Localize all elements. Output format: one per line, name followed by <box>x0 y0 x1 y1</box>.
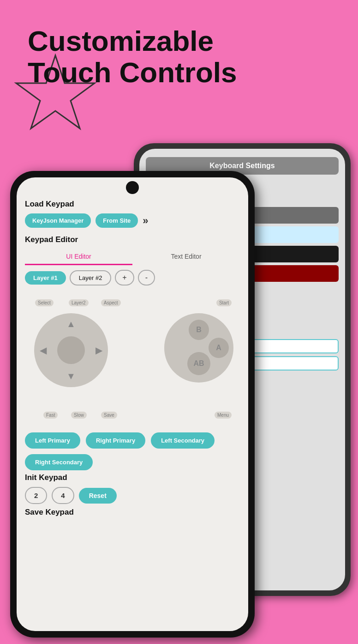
b-button[interactable]: B <box>189 320 209 340</box>
num1-button[interactable]: 2 <box>25 487 47 504</box>
color-buttons-row: Left Primary Right Primary Left Secondar… <box>25 432 240 470</box>
load-row: KeyJson Manager From Site » <box>25 213 240 228</box>
init-keypad-title: Init Keypad <box>25 473 240 482</box>
load-keypad-title: Load Keypad <box>25 200 240 209</box>
menu-button[interactable]: Menu <box>215 412 232 419</box>
tab-text-editor[interactable]: Text Editor <box>132 249 240 265</box>
plus-button[interactable]: + <box>115 270 134 286</box>
right-primary-button[interactable]: Right Primary <box>86 432 145 449</box>
a-button[interactable]: A <box>209 338 229 358</box>
slow-button[interactable]: Slow <box>71 412 87 419</box>
init-row: 2 4 Reset <box>25 487 240 504</box>
right-secondary-button[interactable]: Right Secondary <box>25 454 93 470</box>
dpad-up-arrow[interactable]: ▲ <box>66 319 76 329</box>
layer1-button[interactable]: Layer #1 <box>25 271 66 285</box>
dpad-container: ▲ ▼ ◀ ▶ <box>34 313 108 387</box>
keypad-editor-title: Keypad Editor <box>25 235 240 244</box>
select-button[interactable]: Select <box>35 299 54 306</box>
left-secondary-button[interactable]: Left Secondary <box>151 432 215 449</box>
action-buttons-container: B A AB <box>164 313 233 383</box>
front-phone: Load Keypad KeyJson Manager From Site » … <box>10 171 255 638</box>
dpad-left-arrow[interactable]: ◀ <box>40 345 47 356</box>
ab-button[interactable]: AB <box>187 352 210 375</box>
keyjson-manager-button[interactable]: KeyJson Manager <box>25 213 91 228</box>
reset-button[interactable]: Reset <box>79 488 117 504</box>
chevron-right-icon: » <box>143 215 148 227</box>
start-button[interactable]: Start <box>216 299 232 306</box>
tab-ui-editor[interactable]: UI Editor <box>25 249 132 265</box>
dpad-ring[interactable]: ▲ ▼ ◀ ▶ <box>34 313 108 387</box>
minus-button[interactable]: - <box>138 270 155 286</box>
save-small-button[interactable]: Save <box>101 412 117 419</box>
layer2-button[interactable]: Layer #2 <box>70 270 112 286</box>
from-site-button[interactable]: From Site <box>95 213 138 228</box>
aspect-button[interactable]: Aspect <box>101 299 121 306</box>
dpad-center <box>57 336 85 364</box>
layer2-small-button[interactable]: Layer2 <box>69 299 89 306</box>
action-ring: B A AB <box>164 313 233 383</box>
left-primary-button[interactable]: Left Primary <box>25 432 80 449</box>
phone-notch <box>126 181 139 194</box>
dpad-down-arrow[interactable]: ▼ <box>66 371 76 382</box>
editor-tabs: UI Editor Text Editor <box>25 249 240 265</box>
hero-title: Customizable Touch Controls <box>28 25 240 88</box>
num2-button[interactable]: 4 <box>52 487 74 504</box>
layer-row: Layer #1 Layer #2 + - <box>25 270 240 286</box>
gamepad-area: Select Layer2 Aspect Start ▲ ▼ ◀ ▶ <box>25 290 240 429</box>
fast-button[interactable]: Fast <box>43 412 58 419</box>
dpad-right-arrow[interactable]: ▶ <box>95 345 102 356</box>
save-keypad-title: Save Keypad <box>25 508 240 517</box>
